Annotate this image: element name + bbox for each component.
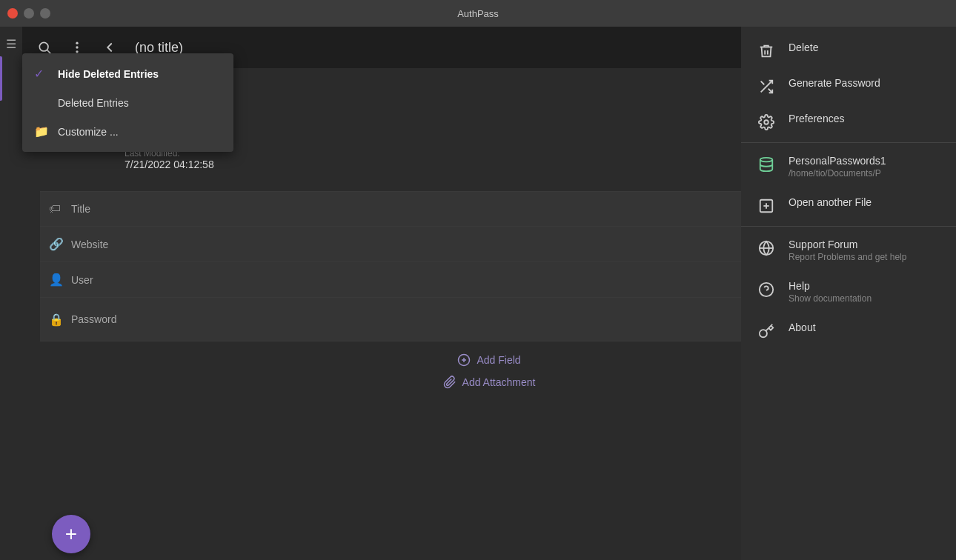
generate-password-title: Generate Password [789,77,880,89]
preferences-text: Preferences [789,113,844,124]
svg-point-19 [764,120,769,124]
trash-icon [756,43,777,59]
svg-point-0 [39,42,48,51]
generate-password-text: Generate Password [789,77,880,89]
delete-title: Delete [789,41,818,53]
globe-icon [756,240,777,256]
add-circle-icon [457,353,471,367]
add-attachment-label: Add Attachment [462,376,536,388]
database-icon [756,156,777,173]
attachment-icon [443,376,457,389]
right-menu-preferences[interactable]: Preferences [741,104,956,139]
link-icon: 🔗 [49,237,64,251]
delete-text: Delete [789,41,818,53]
support-subtitle: Report Problems and get help [789,252,906,262]
maximize-button[interactable] [40,8,50,19]
about-text: About [789,321,816,333]
right-menu-about[interactable]: About [741,313,956,348]
app-body: ☰ ✓ Hide Deleted Entries ✓ Deleted Entri… [0,27,956,560]
more-icon [70,40,84,55]
window-controls [7,8,50,19]
person-icon: 👤 [49,273,64,287]
right-menu-divider-2 [741,226,956,227]
deleted-entries-item[interactable]: ✓ Deleted Entries [22,88,233,117]
check-icon: ✓ [34,67,49,81]
open-file-text: Open another File [789,196,872,208]
svg-point-2 [76,42,78,44]
help-text: Help Show documentation [789,280,872,304]
right-menu-file[interactable]: PersonalPasswords1 /home/tio/Documents/P [741,146,956,187]
folder-icon: 📁 [34,124,49,139]
right-menu-generate-password[interactable]: Generate Password [741,68,956,104]
about-title: About [789,321,816,333]
customize-label: Customize ... [58,126,119,138]
gear-icon [756,114,777,130]
svg-point-4 [76,50,78,53]
file-title: PersonalPasswords1 [789,155,886,167]
right-menu-help[interactable]: Help Show documentation [741,271,956,313]
help-subtitle: Show documentation [789,293,872,304]
fab-label: + [65,522,77,546]
shuffle-icon [756,79,777,95]
help-title: Help [789,280,872,292]
support-text: Support Forum Report Problems and get he… [789,239,906,262]
svg-point-3 [76,46,78,48]
file-path: /home/tio/Documents/P [789,168,886,179]
hide-deleted-label: Hide Deleted Entries [58,68,159,80]
open-file-title: Open another File [789,196,872,208]
left-dropdown-menu: ✓ Hide Deleted Entries ✓ Deleted Entries… [22,53,233,152]
deleted-entries-label: Deleted Entries [58,97,129,109]
add-file-icon [756,198,777,214]
support-title: Support Forum [789,239,906,250]
close-button[interactable] [7,8,18,19]
minimize-button[interactable] [24,8,34,19]
right-menu-divider [741,142,956,143]
titlebar: AuthPass [0,0,956,27]
modified-value: 7/21/2022 04:12:58 [125,159,229,170]
preferences-title: Preferences [789,113,844,124]
sidebar: ☰ [0,27,22,560]
app-title: AuthPass [457,8,499,19]
right-menu-support[interactable]: Support Forum Report Problems and get he… [741,230,956,271]
hide-deleted-item[interactable]: ✓ Hide Deleted Entries [22,59,233,88]
file-text: PersonalPasswords1 /home/tio/Documents/P [789,155,886,179]
fab-add-button[interactable]: + [52,515,90,553]
tag-icon: 🏷 [49,202,64,216]
lock-icon: 🔒 [49,313,64,327]
svg-point-20 [760,158,773,162]
search-icon [37,40,52,55]
add-attachment-button[interactable]: Add Attachment [443,376,536,389]
right-menu-delete[interactable]: Delete [741,33,956,68]
key-small-icon [756,323,777,339]
question-icon [756,281,777,298]
right-menu: Delete Generate Password [741,27,956,560]
add-field-button[interactable]: Add Field [457,353,520,367]
customize-item[interactable]: 📁 Customize ... [22,117,233,146]
sidebar-accent [0,56,2,101]
hamburger-icon[interactable]: ☰ [3,34,19,54]
add-field-label: Add Field [477,354,520,366]
svg-line-18 [761,81,765,85]
right-menu-open-file[interactable]: Open another File [741,187,956,223]
